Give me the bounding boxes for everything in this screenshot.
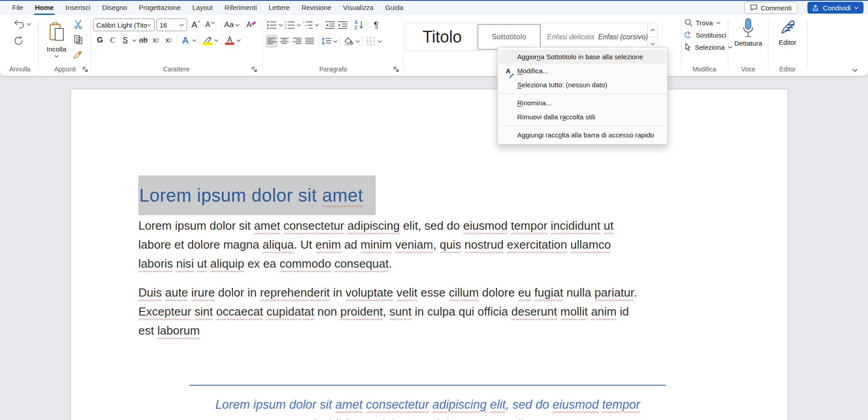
word: ea	[263, 257, 276, 270]
chevron-down-icon[interactable]	[214, 39, 219, 42]
redo-button[interactable]	[14, 36, 24, 47]
text-effects-button[interactable]: A	[179, 34, 191, 47]
replace-button[interactable]: bc Sostituisci	[684, 31, 726, 39]
dialog-launcher-icon[interactable]	[251, 66, 258, 73]
word: aliqua	[510, 418, 542, 420]
line-spacing-icon	[321, 37, 331, 45]
font-color-button[interactable]: A	[224, 34, 236, 47]
multilevel-list-button[interactable]: 1ai	[302, 19, 314, 31]
subscript-button[interactable]: x2	[150, 34, 162, 47]
font-format-row: G C S ab x2 x2 A A	[94, 34, 241, 47]
tab-inserisci[interactable]: Inserisci	[60, 0, 96, 15]
chevron-down-icon[interactable]	[333, 40, 338, 43]
chevron-down-icon[interactable]	[377, 40, 382, 43]
strikethrough-button[interactable]: ab	[137, 34, 149, 47]
menu-separator	[498, 94, 667, 94]
style-enfasi-delicata[interactable]: Enfasi delicata	[544, 23, 597, 51]
replace-label: Sostituisci	[696, 31, 726, 39]
undo-button[interactable]	[14, 19, 31, 29]
tab-visualizza[interactable]: Visualizza	[337, 0, 379, 15]
text-line: Excepteur sint occaecat cupidatat non pr…	[138, 302, 719, 321]
svg-text:2: 2	[285, 24, 287, 27]
tab-progettazione[interactable]: Progettazione	[133, 0, 187, 15]
numbered-list-button[interactable]: 123	[284, 19, 296, 31]
menu-item[interactable]: Aggiorna Sottotitolo in base alla selezi…	[499, 50, 666, 64]
chevron-down-icon[interactable]	[132, 39, 137, 42]
change-case-button[interactable]: Aa	[222, 19, 241, 31]
cut-button[interactable]	[72, 19, 84, 30]
word: Ut	[301, 238, 312, 251]
clear-formatting-button[interactable]: A	[245, 19, 257, 31]
bold-button[interactable]: G	[94, 34, 106, 47]
justify-button[interactable]	[304, 35, 316, 47]
font-size-combobox[interactable]: 16	[156, 19, 187, 31]
font-name-combobox[interactable]: Calibri Light (Titol	[93, 19, 155, 31]
comments-button[interactable]: Commenti	[744, 2, 797, 14]
collapse-ribbon-chevron-icon[interactable]	[852, 68, 858, 72]
underline-button[interactable]: S	[119, 34, 131, 47]
tab-revisione[interactable]: Revisione	[296, 0, 337, 15]
style-titolo[interactable]: Titolo	[410, 23, 474, 51]
word: ex	[247, 257, 259, 270]
bullet-list-button[interactable]	[266, 19, 278, 31]
menu-item[interactable]: Rimuovi dalla raccolta stili	[499, 110, 666, 124]
shading-button[interactable]	[343, 35, 354, 47]
dialog-launcher-icon[interactable]	[82, 66, 89, 73]
chevron-down-icon[interactable]	[236, 39, 241, 42]
line-spacing-button[interactable]	[321, 35, 332, 47]
dialog-launcher-icon[interactable]	[393, 66, 400, 73]
word: sed	[513, 398, 533, 411]
group-label-paragrafo: Paragrafo	[264, 66, 402, 73]
grow-font-button[interactable]: A^	[190, 19, 202, 31]
tab-layout[interactable]: Layout	[187, 0, 219, 15]
align-right-button[interactable]	[291, 35, 303, 47]
justify-icon	[305, 38, 314, 45]
word: elit	[403, 219, 418, 232]
chevron-down-icon[interactable]	[297, 24, 301, 27]
copy-button[interactable]	[72, 34, 84, 46]
menu-item[interactable]: Seleziona tutto: (nessun dato)	[499, 78, 666, 92]
select-button[interactable]: Seleziona	[684, 43, 732, 51]
chevron-down-icon[interactable]	[355, 40, 360, 43]
dictate-button[interactable]: Dettatura	[731, 18, 765, 47]
align-left-button[interactable]	[266, 35, 278, 47]
chevron-down-icon[interactable]	[315, 24, 319, 27]
tab-disegno[interactable]: Disegno	[96, 0, 133, 15]
tab-guida[interactable]: Guida	[379, 0, 409, 15]
styles-scroll-up-button[interactable]	[648, 23, 657, 37]
chevron-down-icon[interactable]	[278, 24, 283, 27]
search-icon	[684, 19, 693, 27]
find-button[interactable]: Trova	[684, 19, 721, 27]
increase-indent-button[interactable]	[337, 19, 349, 31]
superscript-button[interactable]: x2	[163, 34, 175, 47]
paragraph-row1: 123 1ai AZ ¶	[266, 19, 382, 31]
format-painter-button[interactable]	[72, 49, 84, 61]
menu-item[interactable]: AModifica...	[499, 64, 666, 78]
word: nisi	[176, 257, 194, 270]
align-center-button[interactable]	[278, 35, 290, 47]
shrink-font-button[interactable]: A	[204, 19, 216, 31]
share-button[interactable]: Condividi	[807, 2, 863, 14]
menu-item[interactable]: Rinomina...	[499, 96, 666, 110]
show-formatting-button[interactable]: ¶	[370, 19, 382, 31]
chevron-down-icon[interactable]	[192, 39, 197, 42]
paste-button[interactable]: Incolla	[43, 17, 70, 62]
editor-button[interactable]: Editor	[772, 19, 803, 46]
word: fugiat	[534, 286, 563, 299]
tab-riferimenti[interactable]: Riferimenti	[219, 0, 263, 15]
borders-button[interactable]	[365, 35, 377, 47]
highlight-color-button[interactable]	[202, 34, 213, 47]
tab-home[interactable]: Home	[29, 0, 60, 15]
word: adipiscing	[348, 219, 400, 232]
group-appunti: Incolla Appunti	[40, 15, 90, 76]
style-sottotitolo[interactable]: Sottotitolo	[477, 24, 541, 50]
separator	[221, 35, 222, 46]
menu-item[interactable]: Aggiungi raccolta alla barra di accesso …	[499, 128, 666, 142]
change-case-glyph: Aa	[224, 20, 234, 29]
tab-file[interactable]: File	[6, 0, 29, 15]
decrease-indent-button[interactable]	[324, 19, 336, 31]
italic-button[interactable]: C	[107, 34, 118, 47]
sort-button[interactable]: AZ	[354, 19, 365, 31]
tab-lettere[interactable]: Lettere	[263, 0, 296, 15]
style-enfasi-corsivo[interactable]: Enfasi (corsivo)	[598, 23, 648, 51]
